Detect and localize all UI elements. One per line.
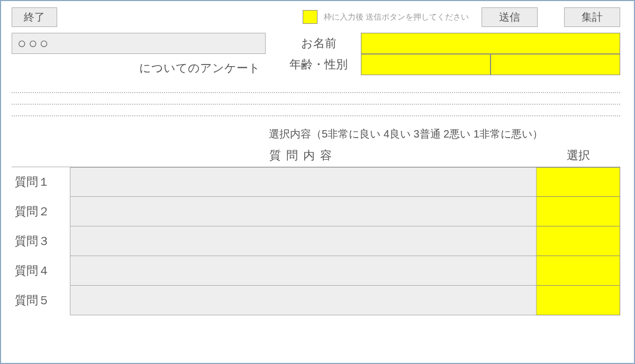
question-content-cell[interactable] [70,256,537,286]
table-row: 質問４ [12,256,620,286]
agegender-label: 年齢・性別 [276,54,361,75]
gender-input[interactable] [491,54,620,75]
title-column: ○○○ についてのアンケート [12,33,276,76]
exit-button[interactable]: 終了 [12,7,57,27]
table-row: 質問１ [12,167,620,197]
name-input[interactable] [361,33,620,54]
legend-color-swatch [303,10,318,24]
question-label: 質問５ [12,286,70,315]
separator-3 [12,115,620,116]
header-spacer [12,148,70,163]
age-input[interactable] [361,54,491,75]
info-labels: お名前 年齢・性別 [276,33,361,75]
question-select-cell[interactable] [537,167,620,197]
toolbar: 終了 枠に入力後 送信ボタンを押してください 送信 集計 [12,6,620,28]
scale-legend: 選択内容（5非常に良い 4良い 3普通 2悪い 1非常に悪い） [12,127,620,141]
header-block: ○○○ についてのアンケート お名前 年齢・性別 [12,33,620,76]
legend-instruction: 枠に入力後 送信ボタンを押してください [324,12,469,22]
question-table-header: 質問内容 選択 [12,148,620,163]
table-row: 質問３ [12,226,620,256]
question-content-cell[interactable] [70,197,537,226]
question-content-cell[interactable] [70,167,537,197]
survey-subtitle: についてのアンケート [12,60,266,76]
title-input[interactable]: ○○○ [12,33,266,54]
question-content-cell[interactable] [70,226,537,256]
question-select-cell[interactable] [537,256,620,286]
name-label: お名前 [276,33,361,54]
table-row: 質問２ [12,197,620,226]
question-select-cell[interactable] [537,197,620,226]
question-label: 質問２ [12,197,70,226]
question-table: 質問１ 質問２ 質問３ 質問４ 質問５ [12,167,620,315]
info-fields [361,33,620,75]
respondent-info: お名前 年齢・性別 [276,33,620,75]
survey-form: 終了 枠に入力後 送信ボタンを押してください 送信 集計 ○○○ についてのアン… [0,0,635,364]
question-content-cell[interactable] [70,286,537,315]
question-select-cell[interactable] [537,286,620,315]
header-content: 質問内容 [70,148,537,163]
send-button[interactable]: 送信 [482,7,538,27]
question-label: 質問３ [12,226,70,256]
question-select-cell[interactable] [537,226,620,256]
tally-button[interactable]: 集計 [564,7,620,27]
table-row: 質問５ [12,286,620,315]
header-select: 選択 [537,148,620,163]
separator-1 [12,92,620,93]
question-label: 質問１ [12,167,70,197]
separator-2 [12,104,620,105]
question-label: 質問４ [12,256,70,286]
